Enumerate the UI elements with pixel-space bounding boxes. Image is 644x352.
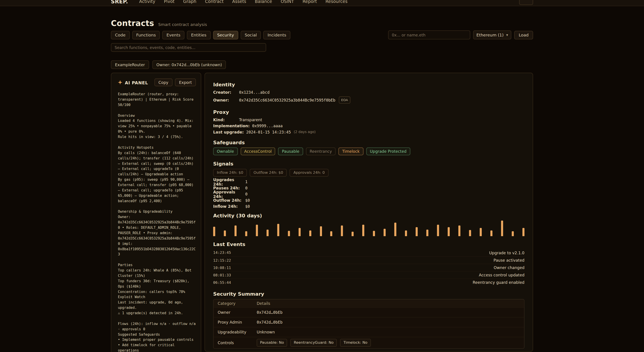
activity-bar-15: [362, 225, 364, 236]
activity-section: Activity (30 days): [213, 213, 524, 236]
event-time: 10:08:11: [213, 266, 231, 270]
search-row: [111, 43, 533, 52]
safeguard-badge-accesscontrol: AccessControl: [240, 147, 276, 155]
nav-item-contract[interactable]: Contract: [205, 0, 224, 4]
tab-entities[interactable]: Entities: [187, 31, 210, 39]
nav-item-osint[interactable]: OSINT: [281, 0, 294, 4]
activity-bar-18: [394, 222, 396, 236]
network-select-value: Ethereum (1): [476, 33, 504, 37]
safeguard-badge-reentrancy: Reentrancy: [306, 147, 336, 155]
signal-stat-row-approvals-24h: Approvals 24h:0: [213, 191, 524, 197]
load-button[interactable]: Load: [514, 31, 533, 39]
control-chip-pausable: Pausable: No: [257, 339, 287, 347]
kind-value: Transparent: [239, 117, 262, 122]
signal-pill-row: Inflow 24h: $0Outflow 24h: $0Approvals 2…: [213, 169, 524, 177]
summary-category: Owner: [214, 308, 252, 317]
activity-bar-12: [330, 231, 332, 236]
signals-heading: Signals: [213, 161, 524, 167]
activity-bar-29: [512, 231, 514, 236]
activity-bar-23: [448, 227, 450, 236]
address-input[interactable]: [388, 30, 470, 39]
signal-stat-list: Upgrades 24h:1Pauses 24h:0Approvals 24h:…: [213, 179, 524, 210]
event-list: 14:23:45Upgrade to v2.1.012:15:22Pause a…: [213, 249, 524, 286]
safeguard-badge-pausable: Pausable: [278, 147, 303, 155]
nav-item-pivot[interactable]: Pivot: [164, 0, 174, 4]
toolbar: CodeFunctionsEventsEntitiesSecuritySocia…: [111, 30, 533, 39]
summary-category: Controls: [214, 338, 252, 348]
event-time: 08:01:33: [213, 273, 231, 277]
tab-functions[interactable]: Functions: [132, 31, 160, 39]
identity-row-creator: Creator: 0x1234...abcd: [213, 90, 524, 95]
activity-bar-30: [522, 228, 524, 236]
signal-stat-row-outflow-24h: Outflow 24h:$0: [213, 197, 524, 204]
tab-incidents[interactable]: Incidents: [264, 31, 290, 39]
export-button[interactable]: Export: [175, 78, 196, 86]
summary-controls: Pausable: NoReentrancyGuard: NoTimelock:…: [253, 337, 375, 348]
ai-panel-actions: Copy Export: [154, 78, 196, 86]
tab-social[interactable]: Social: [240, 31, 261, 39]
proxy-row-kind: Kind: Transparent: [213, 117, 524, 122]
event-row-upgrade-to-v2-1-0: 14:23:45Upgrade to v2.1.0: [213, 249, 524, 256]
nav-item-assets[interactable]: Assets: [232, 0, 246, 4]
owner-value: 0x742d35Cc6634C0532925a3b844Bc9e7595f0bE…: [239, 97, 336, 103]
page-header: Contracts Smart contract analysis: [111, 18, 533, 28]
page-title: Contracts: [111, 18, 154, 28]
proxy-row-implementation: Implementation: 0x9999...aaaa: [213, 123, 524, 128]
nav-item-report[interactable]: Report: [302, 0, 317, 4]
tab-security[interactable]: Security: [213, 31, 238, 39]
nav-item-activity[interactable]: Activity: [139, 0, 155, 4]
security-detail-panel: Identity Creator: 0x1234...abcd Owner: 0…: [204, 73, 533, 352]
event-time: 14:23:45: [213, 250, 231, 254]
context-chip-examplerouter[interactable]: ExampleRouter: [111, 60, 149, 69]
activity-bar-9: [298, 228, 300, 236]
control-chip-reentrancyguard: ReentrancyGuard: No: [290, 339, 337, 347]
tab-code[interactable]: Code: [111, 31, 130, 39]
stat-value: $0: [245, 204, 250, 209]
summary-table-body: Owner0x742d…0bEbProxy Admin0x742d…0bEbUp…: [214, 307, 524, 348]
event-row-reentrancy-guard-enabled: 06:55:44Reentrancy guard enabled: [213, 278, 524, 286]
eoa-badge: EOA: [338, 96, 350, 104]
summary-row-proxy-admin: Proxy Admin0x742d…0bEb: [214, 317, 524, 327]
stat-label: Inflow 24h:: [213, 204, 245, 209]
tab-events[interactable]: Events: [162, 31, 184, 39]
summary-detail: 0x742d…0bEb: [253, 318, 287, 327]
creator-value: 0x1234...abcd: [239, 90, 270, 95]
page-subtitle: Smart contract analysis: [158, 22, 207, 26]
ai-panel-title: AI PANEL: [125, 80, 148, 85]
activity-bar-5: [256, 225, 258, 236]
app-root: SREP. ActivityPivotGraphContractAssetsBa…: [0, 0, 644, 352]
summary-detail: Unknown: [253, 328, 279, 337]
nav-item-graph[interactable]: Graph: [183, 0, 196, 4]
last-upgrade-value: 2024-01-15 14:23:45: [246, 130, 291, 135]
identity-row-owner: Owner: 0x742d35Cc6634C0532925a3b844Bc9e7…: [213, 96, 524, 104]
activity-bar-14: [352, 232, 354, 236]
security-summary-section: Security Summary Category Details Owner0…: [213, 291, 524, 349]
event-label: Pause activated: [494, 258, 524, 262]
context-chip-row: ExampleRouterOwner: 0x742d...0bEb (unkno…: [111, 60, 533, 69]
safeguard-badge-timelock: Timelock: [338, 147, 363, 155]
context-chip-owner[interactable]: Owner: 0x742d...0bEb (unknown): [152, 60, 226, 69]
activity-bar-4: [245, 231, 247, 236]
app-logo[interactable]: SREP.: [111, 0, 128, 4]
search-input[interactable]: [111, 43, 266, 52]
summary-col-category: Category: [214, 300, 252, 307]
nav-item-resources[interactable]: Resources: [326, 0, 348, 4]
safeguards-heading: Safeguards: [213, 140, 524, 145]
nav-action-button[interactable]: [519, 0, 533, 5]
signal-pill-approvals-24h: Approvals 24h: 0: [290, 169, 328, 177]
network-select[interactable]: Ethereum (1) ▾: [473, 30, 512, 39]
summary-row-controls: ControlsPausable: NoReentrancyGuard: NoT…: [214, 337, 524, 348]
event-label: Reentrancy guard enabled: [473, 280, 524, 285]
stat-value: 0: [245, 186, 248, 190]
security-summary-heading: Security Summary: [213, 291, 524, 297]
proxy-heading: Proxy: [213, 109, 524, 115]
identity-heading: Identity: [213, 82, 524, 88]
summary-category: Upgradeability: [214, 328, 252, 337]
activity-bar-8: [288, 231, 290, 236]
stat-label: Approvals 24h:: [213, 190, 245, 198]
event-label: Owner changed: [494, 266, 524, 270]
safeguards-section: Safeguards OwnableAccessControlPausableR…: [213, 140, 524, 155]
nav-item-balance[interactable]: Balance: [255, 0, 272, 4]
copy-button[interactable]: Copy: [154, 78, 172, 86]
event-label: Access control updated: [479, 273, 524, 277]
